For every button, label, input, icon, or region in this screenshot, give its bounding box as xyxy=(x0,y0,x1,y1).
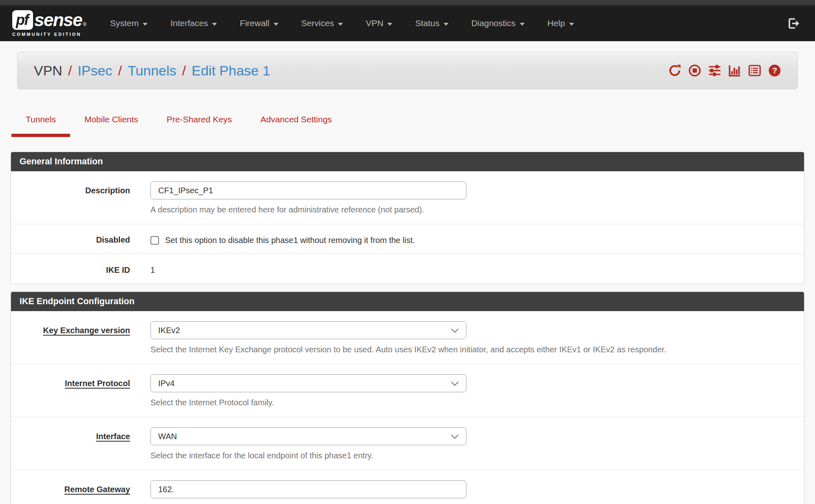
breadcrumb-link-ipsec[interactable]: IPsec xyxy=(77,63,112,79)
remote-gateway-label: Remote Gateway xyxy=(11,480,130,494)
panel-title-general-information: General Information xyxy=(11,152,804,171)
ike-id-row: IKE ID 1 xyxy=(11,254,804,284)
key-exchange-version-select[interactable]: IKEv2 xyxy=(150,321,466,339)
internet-protocol-help-text: Select the Internet Protocol family. xyxy=(150,398,804,407)
nav-item-diagnostics[interactable]: Diagnostics xyxy=(460,5,536,41)
nav-item-interfaces[interactable]: Interfaces xyxy=(159,5,228,41)
description-help-text: A description may be entered here for ad… xyxy=(150,205,804,214)
tab-pre-shared-keys[interactable]: Pre-Shared Keys xyxy=(152,110,246,137)
chevron-down-icon xyxy=(569,23,574,26)
ike-id-label: IKE ID xyxy=(11,261,130,275)
interface-help-text: Select the interface for the local endpo… xyxy=(150,451,804,460)
ipsec-tab-bar: Tunnels Mobile Clients Pre-Shared Keys A… xyxy=(11,110,804,137)
panel-title-ike-endpoint-configuration: IKE Endpoint Configuration xyxy=(11,292,804,311)
internet-protocol-row: Internet Protocol IPv4 Select the Intern… xyxy=(11,364,804,417)
pf-logo-box: pf xyxy=(12,10,33,30)
chevron-down-icon xyxy=(143,23,148,26)
log-list-icon[interactable] xyxy=(748,64,761,77)
breadcrumb-current: VPN xyxy=(34,63,62,79)
tab-tunnels[interactable]: Tunnels xyxy=(11,110,70,137)
bar-chart-icon[interactable] xyxy=(728,64,741,77)
nav-item-vpn[interactable]: VPN xyxy=(354,5,404,41)
breadcrumb-separator: / xyxy=(68,63,72,79)
chevron-down-icon xyxy=(212,23,217,26)
breadcrumb-separator: / xyxy=(182,63,186,79)
breadcrumb-link-edit-phase-1[interactable]: Edit Phase 1 xyxy=(192,63,270,79)
refresh-icon[interactable] xyxy=(668,64,681,77)
breadcrumb: VPN / IPsec / Tunnels / Edit Phase 1 xyxy=(34,63,270,79)
remote-gateway-row: Remote Gateway Enter the public IP addre… xyxy=(11,470,804,504)
disabled-checkbox-label: Set this option to disable this phase1 w… xyxy=(165,236,415,245)
sliders-icon[interactable] xyxy=(708,64,721,77)
header-action-icons: ? xyxy=(668,64,781,77)
nav-menu: System Interfaces Firewall Services VPN … xyxy=(99,5,585,41)
interface-row: Interface WAN Select the interface for t… xyxy=(11,417,804,470)
internet-protocol-label: Internet Protocol xyxy=(11,374,130,388)
interface-select[interactable]: WAN xyxy=(150,427,466,445)
remote-gateway-input[interactable] xyxy=(150,480,466,498)
svg-text:?: ? xyxy=(772,66,777,75)
nav-item-status[interactable]: Status xyxy=(404,5,460,41)
ike-endpoint-configuration-panel: IKE Endpoint Configuration Key Exchange … xyxy=(11,292,804,504)
main-navbar: pf sense ® COMMUNITY EDITION System Inte… xyxy=(0,5,815,41)
disabled-row: Disabled Set this option to disable this… xyxy=(11,224,804,254)
tab-mobile-clients[interactable]: Mobile Clients xyxy=(70,110,152,137)
breadcrumb-link-tunnels[interactable]: Tunnels xyxy=(128,63,177,79)
chevron-down-icon xyxy=(520,23,525,26)
disabled-checkbox[interactable] xyxy=(150,236,159,245)
key-exchange-version-row: Key Exchange version IKEv2 Select the In… xyxy=(11,311,804,364)
chevron-down-icon xyxy=(444,23,448,26)
disabled-label: Disabled xyxy=(11,233,130,245)
nav-item-system[interactable]: System xyxy=(99,5,159,41)
chevron-down-icon xyxy=(338,23,343,26)
stop-icon[interactable] xyxy=(688,64,701,77)
logo-subtitle: COMMUNITY EDITION xyxy=(12,32,86,37)
tab-advanced-settings[interactable]: Advanced Settings xyxy=(246,110,346,137)
window-top-strip xyxy=(0,0,815,5)
sign-out-button[interactable] xyxy=(787,17,803,30)
chevron-down-icon xyxy=(274,23,278,26)
logo-sense-text: sense xyxy=(34,10,82,30)
internet-protocol-select[interactable]: IPv4 xyxy=(150,374,466,392)
nav-item-firewall[interactable]: Firewall xyxy=(228,5,289,41)
help-icon[interactable]: ? xyxy=(768,64,781,77)
registered-mark: ® xyxy=(83,22,86,27)
key-exchange-version-label: Key Exchange version xyxy=(11,321,130,335)
pfsense-logo[interactable]: pf sense ® COMMUNITY EDITION xyxy=(12,10,86,37)
general-information-panel: General Information Description A descri… xyxy=(11,152,804,284)
key-exchange-version-help-text: Select the Internet Key Exchange protoco… xyxy=(150,345,804,354)
breadcrumb-separator: / xyxy=(118,63,121,79)
ike-id-value: 1 xyxy=(150,261,804,275)
sign-out-icon xyxy=(787,17,800,30)
nav-item-help[interactable]: Help xyxy=(536,5,585,41)
description-input[interactable] xyxy=(150,181,466,199)
interface-label: Interface xyxy=(11,427,130,441)
description-label: Description xyxy=(11,181,130,195)
page-header: VPN / IPsec / Tunnels / Edit Phase 1 xyxy=(17,52,798,89)
nav-item-services[interactable]: Services xyxy=(290,5,355,41)
chevron-down-icon xyxy=(387,23,392,26)
description-row: Description A description may be entered… xyxy=(11,171,804,224)
